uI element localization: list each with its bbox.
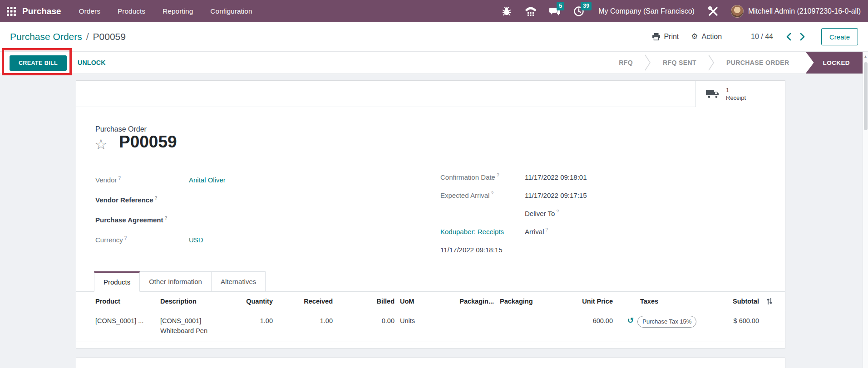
favorite-star-icon[interactable]: ☆ bbox=[94, 136, 108, 152]
scrollbar-thumb[interactable] bbox=[864, 62, 868, 130]
header-description[interactable]: Description bbox=[157, 292, 216, 311]
tab-alternatives[interactable]: Alternatives bbox=[212, 271, 266, 292]
confirmation-date-value: 11/17/2022 09:18:01 bbox=[525, 173, 587, 181]
receipt-smart-button[interactable]: 1 Receipt bbox=[695, 81, 785, 107]
field-deliver-to: Deliver To? bbox=[440, 204, 767, 222]
field-arrival-date: 11/17/2022 09:18:15 bbox=[440, 240, 767, 259]
optional-columns-button[interactable] bbox=[759, 292, 786, 311]
menu-products[interactable]: Products bbox=[109, 0, 154, 22]
field-vendor-reference: Vendor Reference? bbox=[95, 190, 386, 210]
tab-products[interactable]: Products bbox=[94, 271, 140, 292]
create-bill-button[interactable]: CREATE BILL bbox=[10, 55, 67, 71]
messages-badge: 5 bbox=[557, 2, 564, 10]
vendor-label: Vendor? bbox=[95, 176, 189, 184]
menu-orders[interactable]: Orders bbox=[70, 0, 109, 22]
vendor-value-link[interactable]: Anital Oliver bbox=[189, 176, 226, 184]
field-currency: Currency? USD bbox=[95, 230, 386, 250]
user-avatar[interactable] bbox=[731, 5, 744, 18]
company-switcher[interactable]: My Company (San Francisco) bbox=[598, 7, 695, 15]
cell-packaging bbox=[494, 311, 545, 342]
messages-icon[interactable]: 5 bbox=[549, 5, 561, 18]
menu-configuration[interactable]: Configuration bbox=[202, 0, 261, 22]
chevron-left-icon bbox=[786, 33, 791, 41]
order-line-row[interactable]: [CONS_0001] ... [CONS_0001] Whiteboard P… bbox=[76, 311, 786, 342]
purchase-agreement-label: Purchase Agreement? bbox=[95, 216, 189, 224]
status-step-purchase-order[interactable]: PURCHASE ORDER bbox=[715, 59, 801, 66]
confirmation-date-label: Confirmation Date? bbox=[440, 173, 525, 181]
header-uom[interactable]: UoM bbox=[395, 292, 445, 311]
breadcrumb-purchase-orders[interactable]: Purchase Orders bbox=[10, 31, 82, 42]
description-line-2: Whiteboard Pen bbox=[160, 326, 216, 336]
header-received[interactable]: Received bbox=[273, 292, 333, 311]
pager-counter[interactable]: 10 / 44 bbox=[751, 33, 773, 41]
currency-value-link[interactable]: USD bbox=[189, 236, 203, 244]
description-line-1: [CONS_0001] bbox=[160, 316, 216, 326]
receipt-button-text: 1 Receipt bbox=[726, 86, 746, 102]
cell-trailing bbox=[759, 311, 786, 342]
help-marker: ? bbox=[497, 173, 499, 178]
tax-pill: Purchase Tax 15% bbox=[637, 316, 696, 328]
status-step-rfq-sent[interactable]: RFQ SENT bbox=[651, 59, 708, 66]
field-vendor: Vendor? Anital Oliver bbox=[95, 170, 386, 190]
help-marker: ? bbox=[491, 191, 493, 196]
step-separator-icon bbox=[645, 52, 651, 73]
status-step-rfq[interactable]: RFQ bbox=[607, 59, 645, 66]
header-billed[interactable]: Billed bbox=[333, 292, 395, 311]
left-field-group: Vendor? Anital Oliver Vendor Reference? … bbox=[95, 170, 386, 250]
odoo-purchase-order-screen: Purchase Orders Products Reporting Confi… bbox=[0, 0, 868, 368]
header-packaging-qty[interactable]: Packagin... bbox=[445, 292, 494, 311]
field-confirmation-date: Confirmation Date? 11/17/2022 09:18:01 bbox=[440, 168, 767, 186]
user-menu[interactable]: Mitchell Admin (21097230-16-0-all) bbox=[748, 7, 861, 15]
chatter-area-top bbox=[76, 358, 785, 368]
app-name[interactable]: Purchase bbox=[22, 6, 61, 16]
price-history-icon[interactable]: ↺ bbox=[627, 316, 634, 326]
action-label: Action bbox=[702, 33, 722, 41]
voip-phone-icon[interactable] bbox=[525, 5, 537, 18]
header-product[interactable]: Product bbox=[76, 292, 157, 311]
help-marker: ? bbox=[124, 236, 127, 240]
apps-grid-icon[interactable] bbox=[3, 0, 20, 22]
menu-reporting[interactable]: Reporting bbox=[154, 0, 202, 22]
field-expected-arrival: Expected Arrival? 11/17/2022 09:17:15 bbox=[440, 186, 767, 204]
status-steps: RFQ RFQ SENT PURCHASE ORDER LOCKED bbox=[607, 52, 863, 74]
vendor-reference-label: Vendor Reference? bbox=[95, 196, 189, 204]
cell-billed: 0.00 bbox=[333, 311, 395, 342]
printer-icon bbox=[652, 33, 660, 40]
cell-unit-price: 600.00 bbox=[545, 311, 613, 342]
scrollbar-up-arrow[interactable]: ▲ bbox=[863, 54, 868, 59]
action-button[interactable]: ⚙ Action bbox=[691, 33, 722, 41]
activities-clock-icon[interactable]: 39 bbox=[573, 5, 585, 18]
status-step-locked-active[interactable]: LOCKED bbox=[806, 52, 863, 74]
header-subtotal[interactable]: Subtotal bbox=[702, 292, 759, 311]
receipt-record-link[interactable]: Kodupaber: Receipts bbox=[440, 228, 504, 236]
header-unit-price[interactable]: Unit Price bbox=[545, 292, 613, 311]
navbar-left: Purchase Orders Products Reporting Confi… bbox=[0, 0, 261, 22]
print-button[interactable]: Print bbox=[652, 33, 679, 41]
vertical-scrollbar[interactable]: ▲ bbox=[863, 52, 868, 368]
pager-previous-button[interactable] bbox=[784, 31, 794, 43]
expected-arrival-label: Expected Arrival? bbox=[440, 191, 525, 199]
currency-label: Currency? bbox=[95, 236, 189, 244]
help-marker: ? bbox=[556, 209, 559, 214]
control-panel: Purchase Orders/P00059 Print ⚙ Action 10… bbox=[0, 22, 868, 52]
cell-subtotal: $ 600.00 bbox=[702, 311, 759, 342]
arrival-label: Arrival? bbox=[525, 227, 548, 236]
control-panel-actions: Print ⚙ Action 10 / 44 Create bbox=[652, 28, 858, 45]
form-statusbar: CREATE BILL UNLOCK RFQ RFQ SENT PURCHASE… bbox=[0, 52, 868, 74]
tab-other-information[interactable]: Other Information bbox=[140, 271, 212, 292]
header-packaging[interactable]: Packaging bbox=[494, 292, 545, 311]
create-button[interactable]: Create bbox=[821, 28, 858, 45]
activities-badge: 39 bbox=[581, 2, 592, 10]
adjust-columns-icon bbox=[765, 297, 774, 305]
order-lines-table: Product Description Quantity Received Bi… bbox=[76, 292, 786, 342]
unlock-button[interactable]: UNLOCK bbox=[78, 52, 106, 74]
field-arrival: Kodupaber: Receipts Arrival? bbox=[440, 222, 767, 240]
step-separator-icon bbox=[708, 52, 715, 73]
tools-icon[interactable] bbox=[707, 5, 719, 18]
bug-icon[interactable] bbox=[501, 5, 513, 18]
header-quantity[interactable]: Quantity bbox=[216, 292, 273, 311]
pager-next-button[interactable] bbox=[798, 31, 808, 43]
header-taxes[interactable]: Taxes bbox=[613, 292, 702, 311]
cell-product: [CONS_0001] ... bbox=[76, 311, 157, 342]
table-header-row: Product Description Quantity Received Bi… bbox=[76, 292, 786, 311]
